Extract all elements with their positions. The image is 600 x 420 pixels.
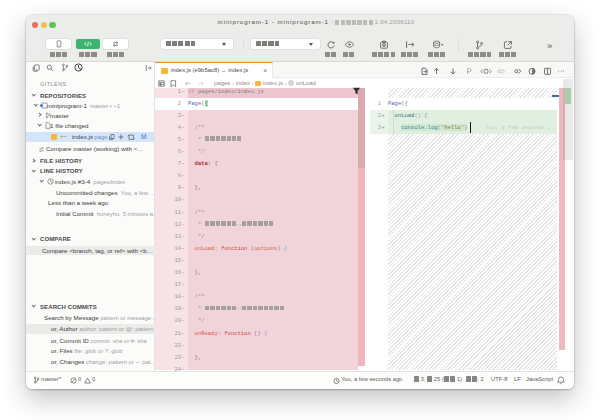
svg-text:M: M: [141, 133, 146, 140]
